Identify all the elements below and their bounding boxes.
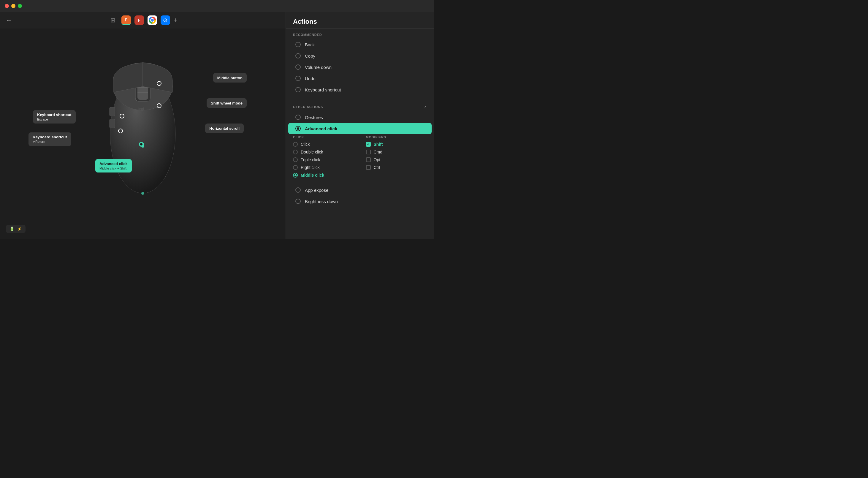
mouse-image: logi (86, 57, 199, 211)
svg-point-20 (140, 143, 143, 146)
chevron-up-icon: ∧ (424, 104, 427, 109)
action-item-back[interactable]: Back (288, 39, 432, 50)
keyboard-esc-label[interactable]: Keyboard shortcut Escape (33, 110, 76, 123)
action-item-app-expose[interactable]: App expose (288, 184, 432, 196)
action-item-gestures[interactable]: Gestures (288, 112, 432, 123)
bottom-status: 🔋 ⚡ (6, 225, 26, 233)
close-button[interactable] (5, 4, 9, 8)
right-panel: Actions RECOMMENDED Back Copy Volume dow… (286, 12, 434, 239)
action-item-volume-down[interactable]: Volume down (288, 61, 432, 73)
modifier-cmd[interactable]: Cmd (366, 150, 427, 154)
svg-rect-11 (110, 119, 115, 128)
bluetooth-icon: ⚡ (17, 227, 22, 231)
radio-keyboard-shortcut[interactable] (296, 87, 301, 92)
add-app-button[interactable]: + (174, 16, 178, 24)
minimize-button[interactable] (11, 4, 16, 8)
app-tab-chrome[interactable] (148, 16, 157, 25)
radio-advanced-click[interactable] (296, 126, 301, 131)
app-tab-f2[interactable]: F (134, 16, 144, 25)
app-tab-safari[interactable]: ⊙ (161, 16, 170, 25)
titlebar (0, 0, 434, 12)
fullscreen-button[interactable] (18, 4, 22, 8)
radio-undo[interactable] (296, 76, 301, 81)
action-item-keyboard-shortcut[interactable]: Keyboard shortcut (288, 84, 432, 95)
shift-wheel-label[interactable]: Shift wheel mode (207, 98, 247, 108)
chrome-icon (149, 17, 156, 24)
action-item-advanced-click[interactable]: Advanced click (288, 123, 432, 134)
radio-click[interactable] (293, 142, 298, 147)
divider-2 (293, 182, 427, 182)
divider-1 (293, 98, 427, 98)
middle-button-label[interactable]: Middle button (213, 73, 247, 83)
action-item-copy[interactable]: Copy (288, 50, 432, 61)
action-item-brightness-down[interactable]: Brightness down (288, 196, 432, 207)
modifier-ctrl[interactable]: Ctrl (366, 165, 427, 170)
back-button[interactable]: ← (6, 17, 12, 24)
svg-point-12 (141, 192, 144, 195)
radio-right-click[interactable] (293, 165, 298, 170)
modifier-opt[interactable]: Opt (366, 157, 427, 162)
other-actions-header[interactable]: OTHER ACTIONS ∧ (286, 100, 434, 112)
click-option-triple[interactable]: Triple click (293, 157, 354, 162)
radio-back[interactable] (296, 42, 301, 47)
click-option-middle[interactable]: Middle click (293, 173, 354, 178)
main-layout: ← ⊞ F F ⊙ + (0, 12, 434, 239)
click-option-double[interactable]: Double click (293, 150, 354, 154)
traffic-lights (5, 4, 22, 8)
app-tab-f1[interactable]: F (121, 16, 131, 25)
actions-title: Actions (286, 12, 434, 29)
click-modifier-grid: Click Double click Triple click Right cl… (286, 142, 434, 178)
click-options-col: Click Double click Triple click Right cl… (293, 142, 354, 178)
radio-gestures[interactable] (296, 115, 301, 120)
mouse-container: logi Mid (86, 57, 199, 211)
horizontal-scroll-label[interactable]: Horizontal scroll (205, 123, 244, 133)
recommended-section-title: RECOMMENDED (286, 29, 434, 39)
radio-copy[interactable] (296, 53, 301, 59)
checkbox-cmd[interactable] (366, 150, 371, 154)
action-item-undo[interactable]: Undo (288, 73, 432, 84)
keyboard-return-label[interactable]: Keyboard shortcut ↵Return (29, 132, 71, 146)
toolbar: ← ⊞ F F ⊙ + (0, 12, 286, 29)
click-option-right[interactable]: Right click (293, 165, 354, 170)
radio-brightness-down[interactable] (296, 199, 301, 204)
battery-icon: 🔋 (9, 227, 14, 231)
radio-double-click[interactable] (293, 150, 298, 154)
click-modifiers-headers: CLICK MODIFIERS (286, 134, 434, 142)
modifier-shift[interactable]: Shift (366, 142, 427, 147)
radio-app-expose[interactable] (296, 187, 301, 193)
mouse-area: logi Mid (0, 29, 286, 239)
svg-text:logi: logi (138, 107, 144, 111)
advanced-click-label[interactable]: Advanced click Middle click + Shift (95, 159, 132, 173)
radio-middle-click[interactable] (293, 173, 298, 178)
click-option-click[interactable]: Click (293, 142, 354, 147)
radio-volume-down[interactable] (296, 64, 301, 70)
left-panel: ← ⊞ F F ⊙ + (0, 12, 286, 239)
checkbox-ctrl[interactable] (366, 165, 371, 170)
checkbox-opt[interactable] (366, 157, 371, 162)
checkbox-shift[interactable] (366, 142, 371, 147)
svg-rect-10 (110, 107, 115, 116)
grid-icon[interactable]: ⊞ (108, 16, 118, 25)
modifier-options-col: Shift Cmd Opt Ctrl (366, 142, 427, 178)
radio-triple-click[interactable] (293, 157, 298, 162)
